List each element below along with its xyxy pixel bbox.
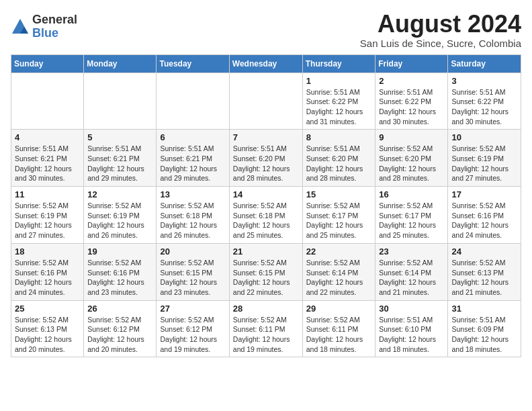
calendar-cell bbox=[84, 73, 157, 130]
calendar-header-row: SundayMondayTuesdayWednesdayThursdayFrid… bbox=[11, 54, 521, 73]
day-number: 12 bbox=[87, 189, 152, 199]
column-header-saturday: Saturday bbox=[448, 54, 521, 73]
calendar-cell: 1Sunrise: 5:51 AM Sunset: 6:22 PM Daylig… bbox=[302, 73, 375, 130]
day-info: Sunrise: 5:52 AM Sunset: 6:11 PM Dayligh… bbox=[233, 315, 299, 355]
day-info: Sunrise: 5:52 AM Sunset: 6:18 PM Dayligh… bbox=[233, 201, 299, 240]
calendar-cell: 27Sunrise: 5:52 AM Sunset: 6:12 PM Dayli… bbox=[157, 300, 229, 357]
calendar-cell: 24Sunrise: 5:52 AM Sunset: 6:13 PM Dayli… bbox=[448, 243, 521, 300]
calendar-cell: 10Sunrise: 5:52 AM Sunset: 6:19 PM Dayli… bbox=[448, 130, 521, 187]
day-info: Sunrise: 5:52 AM Sunset: 6:11 PM Dayligh… bbox=[306, 315, 372, 355]
day-number: 16 bbox=[379, 189, 444, 199]
day-info: Sunrise: 5:52 AM Sunset: 6:16 PM Dayligh… bbox=[451, 201, 517, 240]
day-number: 15 bbox=[306, 189, 372, 199]
calendar-cell: 15Sunrise: 5:52 AM Sunset: 6:17 PM Dayli… bbox=[302, 187, 375, 244]
day-number: 28 bbox=[233, 304, 299, 314]
calendar-cell: 29Sunrise: 5:52 AM Sunset: 6:11 PM Dayli… bbox=[302, 300, 375, 357]
day-info: Sunrise: 5:51 AM Sunset: 6:20 PM Dayligh… bbox=[233, 144, 299, 183]
day-info: Sunrise: 5:52 AM Sunset: 6:12 PM Dayligh… bbox=[87, 315, 152, 355]
day-number: 13 bbox=[160, 189, 225, 199]
day-number: 26 bbox=[87, 304, 152, 314]
day-number: 8 bbox=[306, 132, 372, 142]
day-info: Sunrise: 5:52 AM Sunset: 6:14 PM Dayligh… bbox=[379, 258, 444, 298]
day-info: Sunrise: 5:52 AM Sunset: 6:17 PM Dayligh… bbox=[306, 201, 372, 240]
day-info: Sunrise: 5:52 AM Sunset: 6:19 PM Dayligh… bbox=[15, 201, 80, 240]
location-subtitle: San Luis de Since, Sucre, Colombia bbox=[360, 38, 521, 49]
calendar-cell bbox=[229, 73, 302, 130]
day-info: Sunrise: 5:51 AM Sunset: 6:09 PM Dayligh… bbox=[451, 315, 517, 355]
day-info: Sunrise: 5:52 AM Sunset: 6:20 PM Dayligh… bbox=[379, 144, 444, 183]
day-number: 17 bbox=[451, 189, 517, 199]
title-section: August 2024 San Luis de Since, Sucre, Co… bbox=[360, 11, 521, 49]
calendar-cell: 17Sunrise: 5:52 AM Sunset: 6:16 PM Dayli… bbox=[448, 187, 521, 244]
calendar-cell: 22Sunrise: 5:52 AM Sunset: 6:14 PM Dayli… bbox=[302, 243, 375, 300]
column-header-wednesday: Wednesday bbox=[229, 54, 302, 73]
day-info: Sunrise: 5:52 AM Sunset: 6:15 PM Dayligh… bbox=[160, 258, 225, 298]
day-number: 7 bbox=[233, 132, 299, 142]
day-number: 9 bbox=[379, 132, 444, 142]
day-info: Sunrise: 5:52 AM Sunset: 6:13 PM Dayligh… bbox=[15, 315, 80, 355]
calendar-cell: 5Sunrise: 5:51 AM Sunset: 6:21 PM Daylig… bbox=[84, 130, 157, 187]
day-number: 11 bbox=[15, 189, 80, 199]
calendar-cell: 20Sunrise: 5:52 AM Sunset: 6:15 PM Dayli… bbox=[157, 243, 229, 300]
calendar-cell: 30Sunrise: 5:51 AM Sunset: 6:10 PM Dayli… bbox=[375, 300, 448, 357]
logo-general: General bbox=[32, 13, 77, 27]
day-number: 29 bbox=[306, 304, 372, 314]
day-number: 30 bbox=[379, 304, 444, 314]
day-info: Sunrise: 5:52 AM Sunset: 6:15 PM Dayligh… bbox=[233, 258, 299, 298]
day-info: Sunrise: 5:52 AM Sunset: 6:18 PM Dayligh… bbox=[160, 201, 225, 240]
day-info: Sunrise: 5:51 AM Sunset: 6:22 PM Dayligh… bbox=[306, 87, 372, 127]
day-info: Sunrise: 5:52 AM Sunset: 6:16 PM Dayligh… bbox=[15, 258, 80, 298]
day-number: 23 bbox=[379, 246, 444, 257]
calendar-cell bbox=[11, 73, 84, 130]
calendar-cell bbox=[157, 73, 229, 130]
calendar-cell: 2Sunrise: 5:51 AM Sunset: 6:22 PM Daylig… bbox=[375, 73, 448, 130]
calendar-table: SundayMondayTuesdayWednesdayThursdayFrid… bbox=[11, 54, 521, 358]
column-header-sunday: Sunday bbox=[11, 54, 84, 73]
day-number: 25 bbox=[15, 304, 80, 314]
calendar-cell: 26Sunrise: 5:52 AM Sunset: 6:12 PM Dayli… bbox=[84, 300, 157, 357]
calendar-cell: 6Sunrise: 5:51 AM Sunset: 6:21 PM Daylig… bbox=[157, 130, 229, 187]
calendar-cell: 28Sunrise: 5:52 AM Sunset: 6:11 PM Dayli… bbox=[229, 300, 302, 357]
page-header: General Blue August 2024 San Luis de Sin… bbox=[11, 11, 521, 49]
day-number: 31 bbox=[451, 304, 517, 314]
day-number: 4 bbox=[15, 132, 80, 142]
calendar-week-row: 11Sunrise: 5:52 AM Sunset: 6:19 PM Dayli… bbox=[11, 187, 521, 244]
day-number: 19 bbox=[87, 246, 152, 257]
day-number: 1 bbox=[306, 76, 372, 86]
column-header-thursday: Thursday bbox=[302, 54, 375, 73]
calendar-cell: 7Sunrise: 5:51 AM Sunset: 6:20 PM Daylig… bbox=[229, 130, 302, 187]
column-header-friday: Friday bbox=[375, 54, 448, 73]
calendar-cell: 9Sunrise: 5:52 AM Sunset: 6:20 PM Daylig… bbox=[375, 130, 448, 187]
day-info: Sunrise: 5:52 AM Sunset: 6:12 PM Dayligh… bbox=[160, 315, 225, 355]
day-number: 24 bbox=[451, 246, 517, 257]
day-number: 14 bbox=[233, 189, 299, 199]
day-number: 6 bbox=[160, 132, 225, 142]
calendar-cell: 23Sunrise: 5:52 AM Sunset: 6:14 PM Dayli… bbox=[375, 243, 448, 300]
day-info: Sunrise: 5:52 AM Sunset: 6:16 PM Dayligh… bbox=[87, 258, 152, 298]
day-info: Sunrise: 5:51 AM Sunset: 6:20 PM Dayligh… bbox=[306, 144, 372, 183]
day-number: 20 bbox=[160, 246, 225, 257]
day-number: 27 bbox=[160, 304, 225, 314]
calendar-cell: 12Sunrise: 5:52 AM Sunset: 6:19 PM Dayli… bbox=[84, 187, 157, 244]
day-info: Sunrise: 5:51 AM Sunset: 6:21 PM Dayligh… bbox=[87, 144, 152, 183]
day-number: 5 bbox=[87, 132, 152, 142]
logo-icon bbox=[11, 17, 30, 36]
calendar-week-row: 18Sunrise: 5:52 AM Sunset: 6:16 PM Dayli… bbox=[11, 243, 521, 300]
calendar-week-row: 25Sunrise: 5:52 AM Sunset: 6:13 PM Dayli… bbox=[11, 300, 521, 357]
calendar-week-row: 4Sunrise: 5:51 AM Sunset: 6:21 PM Daylig… bbox=[11, 130, 521, 187]
calendar-cell: 11Sunrise: 5:52 AM Sunset: 6:19 PM Dayli… bbox=[11, 187, 84, 244]
logo-text: General Blue bbox=[32, 13, 77, 40]
calendar-cell: 21Sunrise: 5:52 AM Sunset: 6:15 PM Dayli… bbox=[229, 243, 302, 300]
day-info: Sunrise: 5:52 AM Sunset: 6:14 PM Dayligh… bbox=[306, 258, 372, 298]
calendar-cell: 19Sunrise: 5:52 AM Sunset: 6:16 PM Dayli… bbox=[84, 243, 157, 300]
calendar-cell: 31Sunrise: 5:51 AM Sunset: 6:09 PM Dayli… bbox=[448, 300, 521, 357]
calendar-week-row: 1Sunrise: 5:51 AM Sunset: 6:22 PM Daylig… bbox=[11, 73, 521, 130]
day-number: 2 bbox=[379, 76, 444, 86]
calendar-cell: 4Sunrise: 5:51 AM Sunset: 6:21 PM Daylig… bbox=[11, 130, 84, 187]
month-year-title: August 2024 bbox=[360, 11, 521, 38]
logo: General Blue bbox=[11, 13, 77, 40]
day-info: Sunrise: 5:52 AM Sunset: 6:19 PM Dayligh… bbox=[87, 201, 152, 240]
day-info: Sunrise: 5:51 AM Sunset: 6:10 PM Dayligh… bbox=[379, 315, 444, 355]
day-info: Sunrise: 5:51 AM Sunset: 6:21 PM Dayligh… bbox=[160, 144, 225, 183]
day-info: Sunrise: 5:51 AM Sunset: 6:22 PM Dayligh… bbox=[379, 87, 444, 127]
